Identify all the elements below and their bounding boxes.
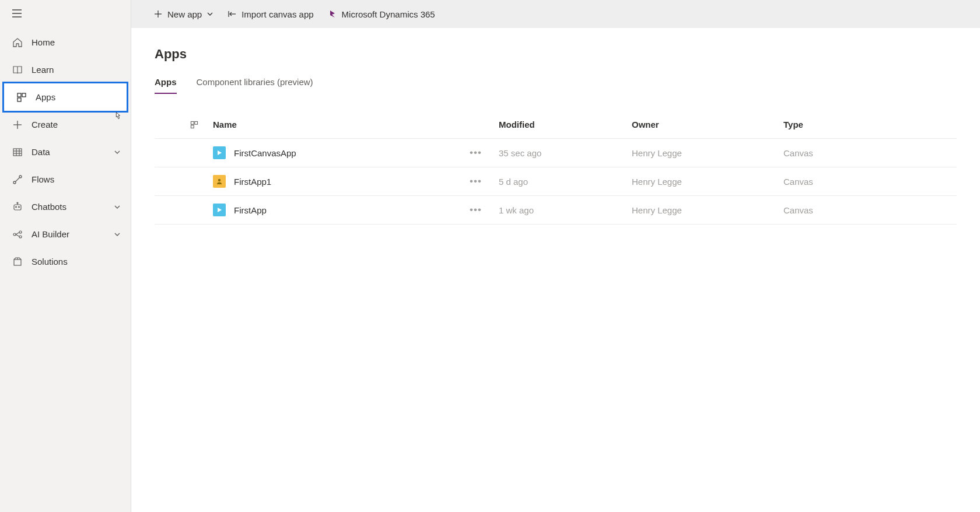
dynamics-icon <box>328 9 337 19</box>
app-name[interactable]: FirstApp <box>234 205 267 215</box>
ai-icon <box>12 229 23 240</box>
plus-icon <box>153 9 163 19</box>
apps-icon <box>16 92 27 103</box>
sidebar-item-create[interactable]: Create <box>0 111 131 138</box>
command-bar: New app Import canvas app Microsoft Dyna… <box>131 0 980 28</box>
svg-line-24 <box>16 234 19 237</box>
import-label: Import canvas app <box>242 9 313 19</box>
sidebar-item-chatbots[interactable]: Chatbots <box>0 193 131 220</box>
row-modified: 35 sec ago <box>499 148 632 158</box>
column-header-icon[interactable] <box>190 120 213 129</box>
nav: Home Learn Apps Create Data Flows Cha <box>0 26 131 275</box>
book-icon <box>12 64 23 76</box>
sidebar-item-label: Chatbots <box>32 202 113 212</box>
row-type: Canvas <box>783 205 957 215</box>
bot-icon <box>12 201 23 213</box>
svg-rect-30 <box>191 121 194 124</box>
table-icon <box>12 146 23 158</box>
apps-table: Name Modified Owner Type FirstCanvasApp•… <box>155 111 957 225</box>
tab-apps[interactable]: Apps <box>155 77 177 94</box>
row-owner: Henry Legge <box>632 205 783 215</box>
svg-rect-25 <box>14 259 21 265</box>
home-icon <box>12 37 23 48</box>
svg-rect-5 <box>18 98 21 101</box>
svg-point-18 <box>16 206 17 208</box>
hamburger-button[interactable] <box>0 0 131 26</box>
column-header-owner[interactable]: Owner <box>632 120 783 129</box>
row-owner: Henry Legge <box>632 177 783 187</box>
app-icon <box>213 204 226 216</box>
new-app-label: New app <box>167 9 202 19</box>
table-row[interactable]: FirstApp1•••5 d agoHenry LeggeCanvas <box>155 167 957 196</box>
tabs: Apps Component libraries (preview) <box>155 77 957 94</box>
sidebar-item-label: Learn <box>32 65 121 75</box>
sidebar-item-label: Create <box>32 120 121 129</box>
svg-rect-8 <box>13 149 22 156</box>
row-more-button[interactable]: ••• <box>470 147 499 159</box>
svg-point-21 <box>19 231 22 233</box>
column-header-type[interactable]: Type <box>783 120 957 129</box>
row-type: Canvas <box>783 177 957 187</box>
table-row[interactable]: FirstApp•••1 wk agoHenry LeggeCanvas <box>155 196 957 225</box>
svg-point-20 <box>13 233 16 236</box>
column-header-name[interactable]: Name <box>213 120 470 129</box>
chevron-down-icon <box>113 230 121 239</box>
sidebar-item-home[interactable]: Home <box>0 29 131 56</box>
row-modified: 1 wk ago <box>499 205 632 215</box>
sidebar-item-label: Apps <box>36 92 117 102</box>
app-name[interactable]: FirstCanvasApp <box>234 148 296 158</box>
sidebar-item-learn[interactable]: Learn <box>0 56 131 83</box>
apps-icon <box>190 120 199 129</box>
svg-rect-31 <box>195 121 198 124</box>
sidebar-item-flows[interactable]: Flows <box>0 166 131 193</box>
dynamics-button[interactable]: Microsoft Dynamics 365 <box>328 9 435 19</box>
svg-point-13 <box>13 181 16 184</box>
svg-rect-15 <box>14 205 21 210</box>
row-more-button[interactable]: ••• <box>470 176 499 187</box>
package-icon <box>12 256 23 268</box>
table-row[interactable]: FirstCanvasApp•••35 sec agoHenry LeggeCa… <box>155 139 957 167</box>
chevron-down-icon <box>113 148 121 156</box>
svg-marker-33 <box>218 150 222 155</box>
sidebar-item-ai-builder[interactable]: AI Builder <box>0 220 131 248</box>
row-owner: Henry Legge <box>632 148 783 158</box>
sidebar-item-label: Data <box>32 147 113 157</box>
chevron-down-icon <box>206 10 214 17</box>
sidebar-item-solutions[interactable]: Solutions <box>0 248 131 275</box>
page-title: Apps <box>155 47 957 62</box>
svg-point-14 <box>19 176 22 178</box>
import-icon <box>228 9 237 19</box>
plus-icon <box>12 119 23 131</box>
row-type: Canvas <box>783 148 957 158</box>
app-icon <box>213 146 226 159</box>
sidebar: Home Learn Apps Create Data Flows Cha <box>0 0 131 512</box>
chevron-down-icon <box>113 203 121 211</box>
content-area: Apps Apps Component libraries (preview) … <box>131 28 980 512</box>
tab-component-libraries[interactable]: Component libraries (preview) <box>197 77 313 94</box>
svg-marker-35 <box>218 208 222 212</box>
sidebar-item-label: Solutions <box>32 257 121 266</box>
new-app-button[interactable]: New app <box>153 9 214 19</box>
import-canvas-button[interactable]: Import canvas app <box>228 9 313 19</box>
svg-line-23 <box>16 232 19 234</box>
svg-rect-3 <box>18 93 21 97</box>
row-modified: 5 d ago <box>499 177 632 187</box>
sidebar-item-label: AI Builder <box>32 229 113 239</box>
flow-icon <box>12 174 23 185</box>
app-icon <box>213 175 226 188</box>
row-more-button[interactable]: ••• <box>470 204 499 216</box>
svg-rect-4 <box>22 93 26 97</box>
svg-point-22 <box>19 236 22 238</box>
svg-point-19 <box>19 206 20 208</box>
dynamics-label: Microsoft Dynamics 365 <box>342 9 435 19</box>
column-header-modified[interactable]: Modified <box>499 120 632 129</box>
main: New app Import canvas app Microsoft Dyna… <box>131 0 980 512</box>
table-header: Name Modified Owner Type <box>155 111 957 139</box>
sidebar-item-label: Home <box>32 37 121 47</box>
hamburger-icon <box>12 8 22 19</box>
svg-point-34 <box>218 179 220 181</box>
sidebar-item-data[interactable]: Data <box>0 138 131 166</box>
app-name[interactable]: FirstApp1 <box>234 177 271 187</box>
sidebar-item-label: Flows <box>32 174 121 184</box>
sidebar-item-apps[interactable]: Apps <box>4 83 127 111</box>
